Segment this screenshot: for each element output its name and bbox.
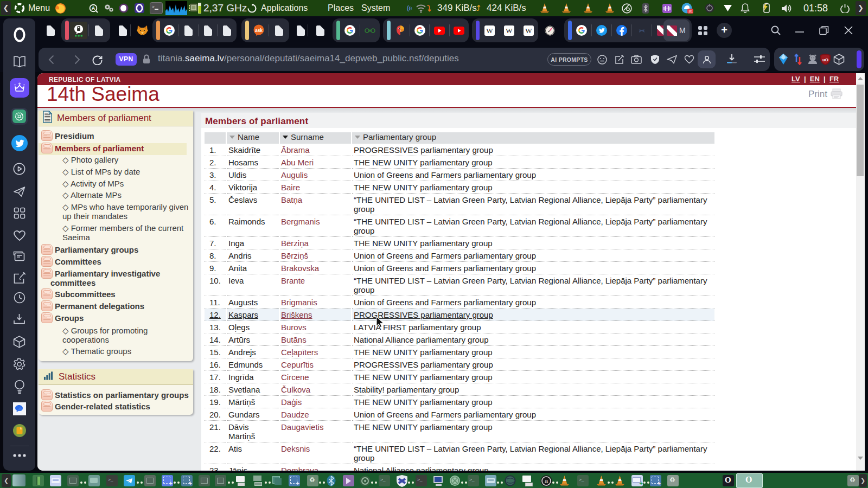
svg-text:a: a bbox=[545, 478, 548, 484]
svg-text:uO: uO bbox=[822, 57, 828, 62]
svg-text:ask: ask bbox=[255, 28, 263, 33]
svg-text:W: W bbox=[486, 27, 493, 35]
svg-text:A: A bbox=[92, 5, 95, 11]
svg-text:>: > bbox=[152, 4, 155, 9]
svg-text:W: W bbox=[525, 27, 532, 35]
svg-text:.81: .81 bbox=[688, 9, 693, 13]
svg-text:W: W bbox=[506, 27, 513, 35]
